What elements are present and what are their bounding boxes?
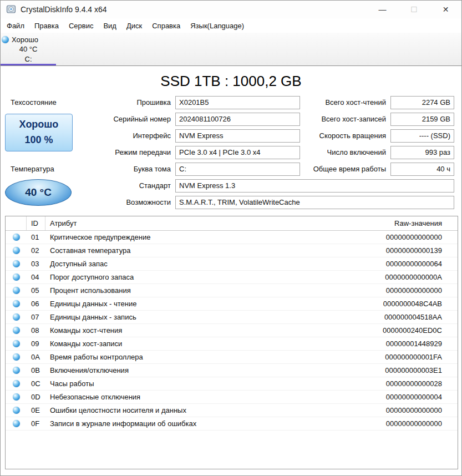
status-orb-icon <box>13 327 20 334</box>
info-field[interactable]: PCIe 3.0 x4 | PCIe 3.0 x4 <box>175 146 300 159</box>
minimize-button[interactable]: — <box>367 1 398 18</box>
smart-raw-value: 00000000000064 <box>336 257 458 270</box>
smart-attribute: Записи в журнале информации об ошибках <box>45 417 336 430</box>
info-field[interactable]: 2159 GB <box>390 113 454 126</box>
menu-item[interactable]: Справка <box>147 19 185 32</box>
smart-row[interactable]: 07 Единицы данных - запись 000000004518A… <box>6 311 458 324</box>
smart-attribute: Команды хост-чтения <box>45 324 336 337</box>
info-field[interactable]: 2024081100726 <box>175 113 300 126</box>
info-field[interactable]: S.M.A.R.T., TRIM, VolatileWriteCache <box>175 196 454 209</box>
smart-row[interactable]: 0E Ошибки целостности носителя и данных … <box>6 404 458 417</box>
menu-item[interactable]: Сервис <box>64 19 99 32</box>
smart-id: 04 <box>27 271 45 283</box>
drive-tab-letter: C: <box>1 54 56 64</box>
raw-column-header[interactable]: Raw-значения <box>336 216 458 230</box>
smart-row[interactable]: 02 Составная температура 00000000000139 <box>6 244 458 257</box>
info-label: Стандарт <box>56 179 171 193</box>
status-orb-icon <box>13 247 20 254</box>
info-row: Прошивка X0201B5 <box>56 96 300 109</box>
info-field[interactable]: 2274 GB <box>390 96 454 109</box>
drive-strip: Хорошо 40 °C C: <box>1 33 461 66</box>
smart-id: 09 <box>27 337 45 350</box>
info-field[interactable]: 993 раз <box>390 146 454 159</box>
status-orb-icon <box>13 420 20 427</box>
smart-row[interactable]: 09 Команды хост-записи 00000001448929 <box>6 337 458 351</box>
window-title: CrystalDiskInfo 9.4.4 x64 <box>21 5 107 14</box>
menu-item[interactable]: Правка <box>29 19 64 32</box>
status-orb-icon <box>13 260 20 267</box>
info-field[interactable]: X0201B5 <box>175 96 300 109</box>
info-label: Всего хост-записей <box>300 113 386 126</box>
status-orb-icon <box>13 380 20 387</box>
smart-attribute: Команды хост-записи <box>45 337 336 350</box>
info-field[interactable]: 40 ч <box>390 163 454 176</box>
status-orb-icon <box>13 340 20 347</box>
smart-id: 03 <box>27 257 45 270</box>
smart-raw-value: 0000000240ED0C <box>336 324 458 337</box>
info-row: Общее время работы 40 ч <box>300 163 454 176</box>
menu-item[interactable]: Язык(Language) <box>185 19 249 32</box>
smart-attribute: Критическое предупреждение <box>45 231 336 244</box>
smart-id: 0A <box>27 351 45 363</box>
info-field[interactable]: NVM Express 1.3 <box>175 179 454 193</box>
smart-raw-value: 00000000000000 <box>336 417 458 430</box>
smart-attribute: Ошибки целостности носителя и данных <box>45 404 336 417</box>
smart-raw-value: 00000000000139 <box>336 244 458 257</box>
info-row: Интерфейс NVM Express <box>56 129 300 143</box>
smart-id: 02 <box>27 244 45 257</box>
smart-table-body: 01 Критическое предупреждение 0000000000… <box>6 231 458 431</box>
id-column-header[interactable]: ID <box>27 216 45 230</box>
close-button[interactable]: ✕ <box>430 1 461 18</box>
smart-id: 0F <box>27 417 45 430</box>
status-orb-icon <box>13 407 20 414</box>
smart-row[interactable]: 06 Единицы данных - чтение 0000000048C4A… <box>6 297 458 311</box>
smart-row[interactable]: 0F Записи в журнале информации об ошибка… <box>6 417 458 431</box>
info-label: Буква тома <box>56 163 171 176</box>
smart-row[interactable]: 04 Порог доступного запаса 0000000000000… <box>6 271 458 284</box>
status-orb-icon <box>13 287 20 294</box>
info-fields-wide: Стандарт NVM Express 1.3 Возможности S.M… <box>56 179 454 212</box>
smart-row[interactable]: 0D Небезопасные отключения 0000000000000… <box>6 391 458 404</box>
status-orb-icon <box>13 300 20 307</box>
status-column-header[interactable] <box>6 216 27 230</box>
health-label: Техсостояние <box>11 98 57 107</box>
smart-row[interactable]: 05 Процент использования 00000000000000 <box>6 284 458 297</box>
smart-attribute: Порог доступного запаса <box>45 271 336 283</box>
smart-attribute: Время работы контроллера <box>45 351 336 363</box>
status-orb-icon <box>13 367 20 374</box>
drive-tab-status: Хорошо <box>12 36 38 44</box>
smart-row[interactable]: 0B Включения/отключения 000000000003E1 <box>6 364 458 377</box>
smart-row[interactable]: 0C Часы работы 00000000000028 <box>6 377 458 391</box>
info-label: Всего хост-чтений <box>300 96 386 109</box>
info-label: Общее время работы <box>300 163 386 176</box>
smart-raw-value: 000000000003E1 <box>336 364 458 377</box>
smart-raw-value: 00000000000004 <box>336 391 458 403</box>
info-label: Возможности <box>56 196 171 209</box>
maximize-button[interactable]: ☐ <box>398 1 430 18</box>
info-field[interactable]: NVM Express <box>175 129 300 143</box>
smart-row[interactable]: 01 Критическое предупреждение 0000000000… <box>6 231 458 244</box>
smart-raw-value: 00000000000000 <box>336 284 458 297</box>
selected-tab-underline <box>1 64 56 65</box>
smart-table-header: ID Атрибут Raw-значения <box>6 216 458 231</box>
title-bar: CrystalDiskInfo 9.4.4 x64 — ☐ ✕ <box>1 1 461 18</box>
info-row: Скорость вращения ---- (SSD) <box>300 129 454 143</box>
window-controls: — ☐ ✕ <box>367 1 461 18</box>
crystaldiskinfo-window: CrystalDiskInfo 9.4.4 x64 — ☐ ✕ Файл Пра… <box>0 0 462 476</box>
drive-tab-c[interactable]: Хорошо 40 °C C: <box>1 33 56 65</box>
menu-bar: Файл Правка Сервис Вид Диск Справка Язык… <box>1 18 461 33</box>
smart-row[interactable]: 03 Доступный запас 00000000000064 <box>6 257 458 271</box>
menu-item[interactable]: Файл <box>2 19 29 32</box>
smart-attribute: Единицы данных - запись <box>45 311 336 323</box>
info-field[interactable]: C: <box>175 163 300 176</box>
smart-row[interactable]: 08 Команды хост-чтения 0000000240ED0C <box>6 324 458 337</box>
smart-raw-value: 00000000000028 <box>336 377 458 390</box>
status-orb-icon <box>13 313 20 321</box>
smart-row[interactable]: 0A Время работы контроллера 000000000001… <box>6 351 458 364</box>
info-row: Серийный номер 2024081100726 <box>56 113 300 126</box>
menu-item[interactable]: Вид <box>98 19 121 32</box>
smart-raw-value: 000000004518AA <box>336 311 458 323</box>
info-field[interactable]: ---- (SSD) <box>390 129 454 143</box>
menu-item[interactable]: Диск <box>121 19 147 32</box>
attribute-column-header[interactable]: Атрибут <box>45 216 336 230</box>
